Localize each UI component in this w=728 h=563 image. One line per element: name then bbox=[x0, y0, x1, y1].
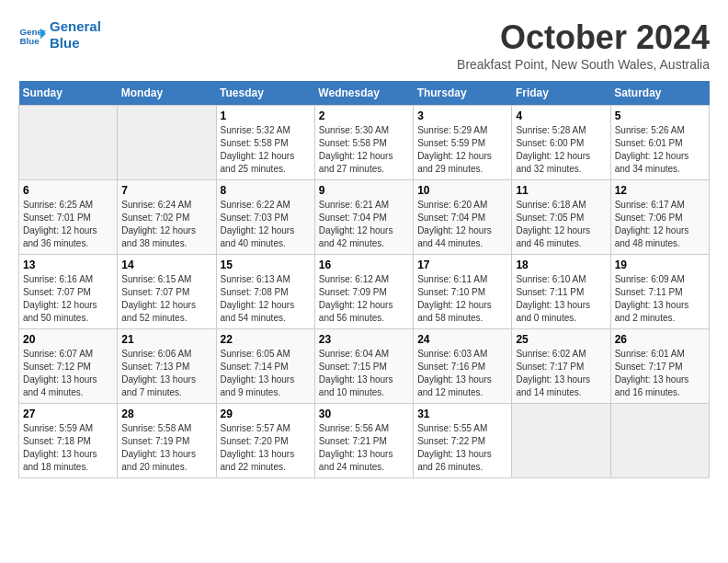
cell-text: Sunrise: 6:06 AMSunset: 7:13 PMDaylight:… bbox=[121, 348, 211, 399]
cell-text: Sunrise: 6:05 AMSunset: 7:14 PMDaylight:… bbox=[221, 348, 311, 399]
day-number: 6 bbox=[23, 184, 113, 197]
calendar-cell: 11Sunrise: 6:18 AMSunset: 7:05 PMDayligh… bbox=[512, 180, 610, 255]
calendar-cell: 12Sunrise: 6:17 AMSunset: 7:06 PMDayligh… bbox=[610, 180, 709, 255]
day-number: 26 bbox=[615, 333, 705, 346]
day-number: 17 bbox=[417, 259, 507, 271]
day-number: 20 bbox=[23, 333, 113, 346]
calendar-cell: 9Sunrise: 6:21 AMSunset: 7:04 PMDaylight… bbox=[314, 180, 413, 255]
cell-text: Sunrise: 5:26 AMSunset: 6:01 PMDaylight:… bbox=[615, 124, 705, 176]
logo-general: General bbox=[50, 18, 101, 35]
day-number: 31 bbox=[417, 408, 507, 420]
cell-text: Sunrise: 6:11 AMSunset: 7:10 PMDaylight:… bbox=[417, 273, 507, 325]
day-number: 15 bbox=[221, 259, 311, 271]
calendar-cell bbox=[118, 106, 216, 180]
calendar-week-row: 13Sunrise: 6:16 AMSunset: 7:07 PMDayligh… bbox=[19, 255, 710, 329]
cell-text: Sunrise: 6:12 AMSunset: 7:09 PMDaylight:… bbox=[319, 273, 409, 325]
calendar-cell bbox=[512, 404, 610, 478]
cell-text: Sunrise: 5:59 AMSunset: 7:18 PMDaylight:… bbox=[23, 422, 113, 474]
cell-text: Sunrise: 6:25 AMSunset: 7:01 PMDaylight:… bbox=[23, 199, 113, 250]
cell-text: Sunrise: 6:18 AMSunset: 7:05 PMDaylight:… bbox=[516, 199, 606, 250]
day-number: 14 bbox=[121, 259, 211, 271]
calendar-cell: 29Sunrise: 5:57 AMSunset: 7:20 PMDayligh… bbox=[216, 404, 314, 478]
calendar-cell: 20Sunrise: 6:07 AMSunset: 7:12 PMDayligh… bbox=[19, 329, 118, 404]
calendar-cell: 31Sunrise: 5:55 AMSunset: 7:22 PMDayligh… bbox=[414, 404, 512, 478]
day-number: 22 bbox=[221, 333, 311, 346]
day-number: 2 bbox=[319, 109, 409, 122]
day-number: 29 bbox=[221, 408, 311, 420]
calendar-cell: 7Sunrise: 6:24 AMSunset: 7:02 PMDaylight… bbox=[118, 180, 216, 255]
day-number: 10 bbox=[417, 184, 507, 197]
calendar-week-row: 1Sunrise: 5:32 AMSunset: 5:58 PMDaylight… bbox=[19, 106, 710, 180]
cell-text: Sunrise: 5:56 AMSunset: 7:21 PMDaylight:… bbox=[319, 422, 409, 474]
cell-text: Sunrise: 5:58 AMSunset: 7:19 PMDaylight:… bbox=[121, 422, 211, 474]
day-number: 23 bbox=[319, 333, 409, 346]
calendar-week-row: 20Sunrise: 6:07 AMSunset: 7:12 PMDayligh… bbox=[19, 329, 710, 404]
svg-text:Blue: Blue bbox=[20, 36, 40, 46]
cell-text: Sunrise: 6:16 AMSunset: 7:07 PMDaylight:… bbox=[23, 273, 113, 325]
header-cell-friday: Friday bbox=[512, 81, 610, 106]
calendar-cell: 15Sunrise: 6:13 AMSunset: 7:08 PMDayligh… bbox=[216, 255, 314, 329]
header-cell-wednesday: Wednesday bbox=[314, 81, 413, 106]
day-number: 28 bbox=[121, 408, 211, 420]
calendar-cell: 6Sunrise: 6:25 AMSunset: 7:01 PMDaylight… bbox=[19, 180, 118, 255]
cell-text: Sunrise: 6:03 AMSunset: 7:16 PMDaylight:… bbox=[417, 348, 507, 399]
day-number: 18 bbox=[516, 259, 606, 271]
cell-text: Sunrise: 5:57 AMSunset: 7:20 PMDaylight:… bbox=[221, 422, 311, 474]
day-number: 1 bbox=[221, 109, 311, 122]
logo: General Blue General Blue bbox=[18, 18, 101, 52]
cell-text: Sunrise: 6:07 AMSunset: 7:12 PMDaylight:… bbox=[23, 348, 113, 399]
day-number: 12 bbox=[615, 184, 705, 197]
calendar-cell: 24Sunrise: 6:03 AMSunset: 7:16 PMDayligh… bbox=[414, 329, 512, 404]
day-number: 7 bbox=[121, 184, 211, 197]
calendar-cell: 23Sunrise: 6:04 AMSunset: 7:15 PMDayligh… bbox=[314, 329, 413, 404]
calendar-cell: 1Sunrise: 5:32 AMSunset: 5:58 PMDaylight… bbox=[216, 106, 314, 180]
logo-blue: Blue bbox=[50, 35, 101, 52]
header: General Blue General Blue October 2024 B… bbox=[18, 18, 710, 72]
day-number: 11 bbox=[516, 184, 606, 197]
calendar-table: SundayMondayTuesdayWednesdayThursdayFrid… bbox=[18, 81, 710, 478]
cell-text: Sunrise: 6:20 AMSunset: 7:04 PMDaylight:… bbox=[417, 199, 507, 250]
calendar-cell: 27Sunrise: 5:59 AMSunset: 7:18 PMDayligh… bbox=[19, 404, 118, 478]
calendar-cell: 22Sunrise: 6:05 AMSunset: 7:14 PMDayligh… bbox=[216, 329, 314, 404]
header-cell-tuesday: Tuesday bbox=[216, 81, 314, 106]
header-cell-monday: Monday bbox=[118, 81, 216, 106]
day-number: 3 bbox=[417, 109, 507, 122]
cell-text: Sunrise: 6:24 AMSunset: 7:02 PMDaylight:… bbox=[121, 199, 211, 250]
calendar-cell: 2Sunrise: 5:30 AMSunset: 5:58 PMDaylight… bbox=[314, 106, 413, 180]
day-number: 24 bbox=[417, 333, 507, 346]
calendar-cell bbox=[610, 404, 709, 478]
cell-text: Sunrise: 6:04 AMSunset: 7:15 PMDaylight:… bbox=[319, 348, 409, 399]
calendar-cell: 8Sunrise: 6:22 AMSunset: 7:03 PMDaylight… bbox=[216, 180, 314, 255]
day-number: 27 bbox=[23, 408, 113, 420]
day-number: 13 bbox=[23, 259, 113, 271]
cell-text: Sunrise: 5:29 AMSunset: 5:59 PMDaylight:… bbox=[417, 124, 507, 176]
cell-text: Sunrise: 5:30 AMSunset: 5:58 PMDaylight:… bbox=[319, 124, 409, 176]
day-number: 30 bbox=[319, 408, 409, 420]
cell-text: Sunrise: 5:28 AMSunset: 6:00 PMDaylight:… bbox=[516, 124, 606, 176]
calendar-cell: 14Sunrise: 6:15 AMSunset: 7:07 PMDayligh… bbox=[118, 255, 216, 329]
cell-text: Sunrise: 6:09 AMSunset: 7:11 PMDaylight:… bbox=[615, 273, 705, 325]
day-number: 4 bbox=[516, 109, 606, 122]
calendar-cell: 30Sunrise: 5:56 AMSunset: 7:21 PMDayligh… bbox=[314, 404, 413, 478]
day-number: 5 bbox=[615, 109, 705, 122]
calendar-cell: 10Sunrise: 6:20 AMSunset: 7:04 PMDayligh… bbox=[414, 180, 512, 255]
day-number: 16 bbox=[319, 259, 409, 271]
calendar-cell: 5Sunrise: 5:26 AMSunset: 6:01 PMDaylight… bbox=[610, 106, 709, 180]
header-cell-saturday: Saturday bbox=[610, 81, 709, 106]
calendar-header-row: SundayMondayTuesdayWednesdayThursdayFrid… bbox=[19, 81, 710, 106]
cell-text: Sunrise: 6:02 AMSunset: 7:17 PMDaylight:… bbox=[516, 348, 606, 399]
calendar-cell: 25Sunrise: 6:02 AMSunset: 7:17 PMDayligh… bbox=[512, 329, 610, 404]
day-number: 8 bbox=[221, 184, 311, 197]
calendar-cell: 17Sunrise: 6:11 AMSunset: 7:10 PMDayligh… bbox=[414, 255, 512, 329]
calendar-cell: 19Sunrise: 6:09 AMSunset: 7:11 PMDayligh… bbox=[610, 255, 709, 329]
calendar-cell: 21Sunrise: 6:06 AMSunset: 7:13 PMDayligh… bbox=[118, 329, 216, 404]
calendar-cell: 3Sunrise: 5:29 AMSunset: 5:59 PMDaylight… bbox=[414, 106, 512, 180]
location-title: Breakfast Point, New South Wales, Austra… bbox=[457, 57, 710, 72]
cell-text: Sunrise: 6:22 AMSunset: 7:03 PMDaylight:… bbox=[221, 199, 311, 250]
cell-text: Sunrise: 6:17 AMSunset: 7:06 PMDaylight:… bbox=[615, 199, 705, 250]
header-cell-thursday: Thursday bbox=[414, 81, 512, 106]
calendar-cell bbox=[19, 106, 118, 180]
cell-text: Sunrise: 5:32 AMSunset: 5:58 PMDaylight:… bbox=[221, 124, 311, 176]
cell-text: Sunrise: 5:55 AMSunset: 7:22 PMDaylight:… bbox=[417, 422, 507, 474]
calendar-week-row: 6Sunrise: 6:25 AMSunset: 7:01 PMDaylight… bbox=[19, 180, 710, 255]
